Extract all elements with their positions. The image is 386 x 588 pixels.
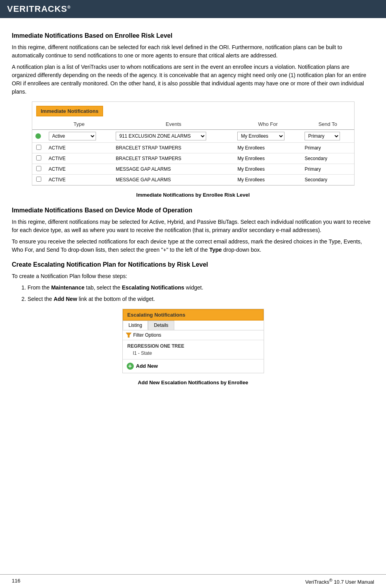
section1-para1: In this regime, different notifications … xyxy=(12,43,374,60)
sendto-cell: Primary xyxy=(301,164,354,175)
whofor-select[interactable]: My Enrollees xyxy=(237,132,284,140)
tree-section: REGRESSION ONE TREE I1 - State xyxy=(123,340,264,359)
whofor-cell: My Enrollees xyxy=(234,153,301,164)
sendto-cell: Primary xyxy=(301,143,354,153)
col-sendto: Send To xyxy=(301,119,354,130)
type-cell: ACTIVE xyxy=(46,164,113,175)
table-row: ACTIVE MESSAGE GAP ALARMS My Enrollees P… xyxy=(32,164,354,175)
active-indicator xyxy=(35,133,41,139)
step2-addnew-bold: Add New xyxy=(54,296,77,302)
row-checkbox[interactable] xyxy=(36,145,41,150)
add-new-label[interactable]: Add New xyxy=(136,363,158,369)
sendto-cell: Secondary xyxy=(301,175,354,185)
footer-veritracks: VeriTracks xyxy=(305,579,329,585)
events-cell-dropdown[interactable]: 911 EXCLUSION ZONE ALARMS xyxy=(113,130,234,143)
figure-caption-2: Add New Escalation Notifications by Enro… xyxy=(12,379,374,387)
table-row: ACTIVE MESSAGE GAP ALARMS My Enrollees S… xyxy=(32,175,354,185)
sendto-select[interactable]: Primary xyxy=(305,132,340,140)
green-dot-cell xyxy=(32,130,46,143)
step1-text1: From the xyxy=(28,284,51,291)
page-footer: 116 VeriTracks® 10.7 User Manual xyxy=(0,574,386,588)
svg-marker-0 xyxy=(126,333,131,337)
section1-para2: A notification plan is a list of VeriTra… xyxy=(12,63,374,96)
events-cell: BRACELET STRAP TAMPERS xyxy=(113,153,234,164)
sendto-cell: Secondary xyxy=(301,153,354,164)
tree-title: REGRESSION ONE TREE xyxy=(127,343,259,349)
tree-item: I1 - State xyxy=(127,350,259,356)
type-cell: ACTIVE xyxy=(46,143,113,153)
figure-caption-1: Immediate Notifications by Enrollee Risk… xyxy=(12,191,374,199)
col-events: Events xyxy=(113,119,234,130)
table-header-row: Type Events Who For Send To xyxy=(32,119,354,130)
section2-type-bold: Type xyxy=(209,247,222,253)
sendto-cell-dropdown[interactable]: Primary xyxy=(301,130,354,143)
type-select[interactable]: Active xyxy=(49,132,96,140)
immediate-notifications-table: Type Events Who For Send To Active xyxy=(32,119,354,185)
escalating-notifications-widget: Escalating Notifications Listing Details… xyxy=(122,309,264,373)
row-checkbox[interactable] xyxy=(36,166,41,171)
step1-escalating-bold: Escalating Notifications xyxy=(122,284,185,291)
filter-options-label: Filter Options xyxy=(133,332,161,338)
section2-para1: In this regime, different notifications … xyxy=(12,218,374,234)
footer-reg: ® xyxy=(329,578,332,582)
col-checkbox xyxy=(32,119,46,130)
footer-end: 10.7 User Manual xyxy=(332,579,374,585)
step2-text2: link at the bottom of the widget. xyxy=(77,296,155,302)
whofor-cell: My Enrollees xyxy=(234,164,301,175)
page-header: VeriTracks® xyxy=(0,0,386,18)
step-2: Select the Add New link at the bottom of… xyxy=(28,295,374,303)
whofor-cell: My Enrollees xyxy=(234,143,301,153)
checkbox-cell[interactable] xyxy=(32,164,46,175)
main-content: Immediate Notifications Based on Enrolle… xyxy=(0,18,386,418)
steps-list: From the Maintenance tab, select the Esc… xyxy=(28,284,374,303)
col-whofor: Who For xyxy=(234,119,301,130)
type-cell: ACTIVE xyxy=(46,153,113,164)
logo: VeriTracks® xyxy=(7,4,71,14)
table-row: ACTIVE BRACELET STRAP TAMPERS My Enrolle… xyxy=(32,153,354,164)
logo-text: VeriTracks xyxy=(7,4,67,14)
tab-details[interactable]: Details xyxy=(148,321,174,330)
section3-heading: Create Escalating Notification Plan for … xyxy=(12,261,374,268)
whofor-cell: My Enrollees xyxy=(234,175,301,185)
filter-icon xyxy=(126,332,131,338)
section2-heading: Immediate Notifications Based on Device … xyxy=(12,207,374,214)
logo-reg: ® xyxy=(67,5,71,9)
checkbox-cell[interactable] xyxy=(32,175,46,185)
checkbox-cell[interactable] xyxy=(32,143,46,153)
tab-listing[interactable]: Listing xyxy=(123,321,148,330)
type-cell-dropdown[interactable]: Active xyxy=(46,130,113,143)
events-cell: MESSAGE GAP ALARMS xyxy=(113,164,234,175)
step2-text1: Select the xyxy=(28,296,54,302)
page-number: 116 xyxy=(12,578,20,585)
filter-options-bar: Filter Options xyxy=(123,330,264,340)
immediate-notifications-header: Immediate Notifications xyxy=(36,106,103,116)
table-row-dropdown: Active 911 EXCLUSION ZONE ALARMS My Enro… xyxy=(32,130,354,143)
section1-heading: Immediate Notifications Based on Enrolle… xyxy=(12,32,374,39)
step1-text2: tab, select the xyxy=(85,284,122,291)
add-new-bar[interactable]: Add New xyxy=(123,359,264,373)
col-type: Type xyxy=(46,119,113,130)
whofor-cell-dropdown[interactable]: My Enrollees xyxy=(234,130,301,143)
row-checkbox[interactable] xyxy=(36,155,41,160)
widget-tabs: Listing Details xyxy=(123,321,264,330)
immediate-notifications-widget: Immediate Notifications Type Events Who … xyxy=(32,101,355,186)
step1-maintenance-bold: Maintenance xyxy=(51,284,85,291)
section2-para2-text1: To ensure you receive the selected notif… xyxy=(12,238,362,253)
step1-text3: widget. xyxy=(184,284,203,291)
row-checkbox[interactable] xyxy=(36,177,41,182)
add-new-icon xyxy=(127,363,134,370)
footer-right: VeriTracks® 10.7 User Manual xyxy=(305,578,374,585)
events-select[interactable]: 911 EXCLUSION ZONE ALARMS xyxy=(116,132,206,140)
table-row: ACTIVE BRACELET STRAP TAMPERS My Enrolle… xyxy=(32,143,354,153)
section2-para2: To ensure you receive the selected notif… xyxy=(12,238,374,254)
events-cell: MESSAGE GAP ALARMS xyxy=(113,175,234,185)
type-cell: ACTIVE xyxy=(46,175,113,185)
section2-para2-text2: drop-down box. xyxy=(222,247,261,253)
step-1: From the Maintenance tab, select the Esc… xyxy=(28,284,374,292)
checkbox-cell[interactable] xyxy=(32,153,46,164)
events-cell: BRACELET STRAP TAMPERS xyxy=(113,143,234,153)
escalating-notifications-header: Escalating Notifications xyxy=(123,309,264,321)
section3-para1: To create a Notification Plan follow the… xyxy=(12,272,374,280)
